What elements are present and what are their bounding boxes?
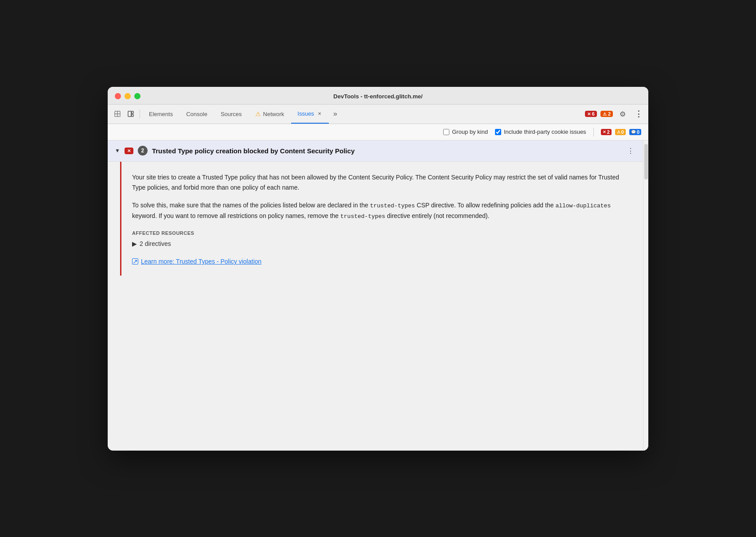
group-by-kind-label: Group by kind (452, 128, 488, 135)
group-by-kind-checkbox[interactable] (443, 129, 449, 135)
secondary-divider (593, 128, 594, 136)
description-paragraph-2: To solve this, make sure that the names … (132, 200, 632, 222)
desc-p2-post: keyword. If you want to remove all restr… (132, 212, 340, 219)
cursor-icon[interactable] (111, 108, 124, 120)
desc-code1: trusted-types (370, 202, 415, 209)
error-badge[interactable]: ✕ 6 (585, 111, 597, 117)
learn-more-text: Learn more: Trusted Types - Policy viola… (141, 258, 261, 265)
issues-tab-close[interactable]: ✕ (316, 110, 323, 117)
desc-p2-pre: To solve this, make sure that the names … (132, 202, 370, 209)
third-party-group[interactable]: Include third-party cookie issues (495, 128, 586, 135)
desc-code2: allow-duplicates (555, 202, 611, 209)
tab-console[interactable]: Console (180, 104, 214, 124)
error-x-icon: ✕ (587, 112, 591, 117)
inspector-icon[interactable] (125, 108, 137, 120)
toolbar-right: ✕ 6 ⚠ 2 ⚙ ⋮ (585, 108, 645, 120)
svg-rect-3 (128, 111, 131, 117)
desc-p2-mid: CSP directive. To allow redefining polic… (415, 202, 555, 209)
affected-resources-title: AFFECTED RESOURCES (132, 230, 632, 236)
affected-chevron-icon: ▶ (132, 240, 137, 247)
affected-resources-item[interactable]: ▶ 2 directives (132, 240, 632, 247)
tab-network[interactable]: ⚠ Network (249, 104, 291, 124)
more-tabs-icon: » (333, 110, 337, 118)
traffic-lights (115, 93, 140, 99)
devtools-window: DevTools - tt-enforced.glitch.me/ Elemen… (108, 87, 648, 451)
issue-title: Trusted Type policy creation blocked by … (152, 147, 621, 155)
close-button[interactable] (115, 93, 121, 99)
warning-badge[interactable]: ⚠ 2 (600, 111, 613, 117)
secondary-badges: ✕ 2 ⚠ 0 💬 0 (601, 129, 641, 135)
learn-more-link[interactable]: ↗ Learn more: Trusted Types - Policy vio… (132, 258, 632, 265)
issue-count-badge: 2 (138, 146, 148, 156)
settings-icon[interactable]: ⚙ (616, 108, 629, 120)
issue-description: Your site tries to create a Trusted Type… (132, 172, 632, 222)
description-paragraph-1: Your site tries to create a Trusted Type… (132, 172, 632, 194)
scrollbar-thumb[interactable] (644, 144, 648, 179)
secondary-error-x-icon: ✕ (603, 130, 606, 134)
third-party-checkbox[interactable] (495, 129, 501, 135)
toolbar-divider-1 (140, 109, 140, 118)
tab-sources[interactable]: Sources (214, 104, 248, 124)
affected-resources: AFFECTED RESOURCES ▶ 2 directives (132, 230, 632, 247)
issue-error-badge: ✕ (125, 148, 133, 154)
secondary-error-badge[interactable]: ✕ 2 (601, 129, 612, 135)
third-party-label: Include third-party cookie issues (504, 128, 586, 135)
issue-indent (108, 162, 120, 276)
main-content: ▼ ✕ 2 Trusted Type policy creation block… (108, 140, 643, 451)
secondary-info-icon: 💬 (631, 130, 636, 134)
tab-issues[interactable]: Issues ✕ (291, 104, 329, 124)
warning-icon: ⚠ (603, 112, 607, 117)
secondary-info-badge[interactable]: 💬 0 (629, 129, 641, 135)
more-tabs-button[interactable]: » (330, 104, 341, 124)
chevron-down-icon[interactable]: ▼ (115, 148, 120, 154)
group-by-kind-group[interactable]: Group by kind (443, 128, 488, 135)
issue-body: Your site tries to create a Trusted Type… (120, 162, 643, 276)
secondary-warning-icon: ⚠ (617, 130, 620, 134)
svg-rect-4 (132, 111, 133, 113)
issue-more-icon[interactable]: ⋮ (625, 145, 636, 157)
content-wrapper: ▼ ✕ 2 Trusted Type policy creation block… (108, 140, 648, 451)
minimize-button[interactable] (125, 93, 131, 99)
title-bar: DevTools - tt-enforced.glitch.me/ (108, 87, 648, 105)
network-warning-icon: ⚠ (255, 110, 261, 117)
scrollbar[interactable] (643, 140, 648, 451)
desc-p2-end: directive entirely (not recommended). (385, 212, 489, 219)
maximize-button[interactable] (134, 93, 140, 99)
secondary-warning-badge[interactable]: ⚠ 0 (615, 129, 626, 135)
issue-error-x-icon: ✕ (127, 148, 131, 153)
window-title: DevTools - tt-enforced.glitch.me/ (333, 93, 422, 100)
tab-elements[interactable]: Elements (143, 104, 179, 124)
external-link-icon: ↗ (132, 258, 138, 265)
main-toolbar: Elements Console Sources ⚠ Network Issue… (108, 105, 648, 124)
svg-rect-5 (132, 114, 133, 117)
desc-code3: trusted-types (340, 213, 385, 220)
issue-body-wrapper: Your site tries to create a Trusted Type… (108, 162, 643, 276)
more-options-icon[interactable]: ⋮ (632, 108, 645, 120)
issue-header[interactable]: ▼ ✕ 2 Trusted Type policy creation block… (108, 140, 643, 162)
secondary-toolbar: Group by kind Include third-party cookie… (108, 124, 648, 140)
affected-item-label: 2 directives (140, 240, 171, 247)
